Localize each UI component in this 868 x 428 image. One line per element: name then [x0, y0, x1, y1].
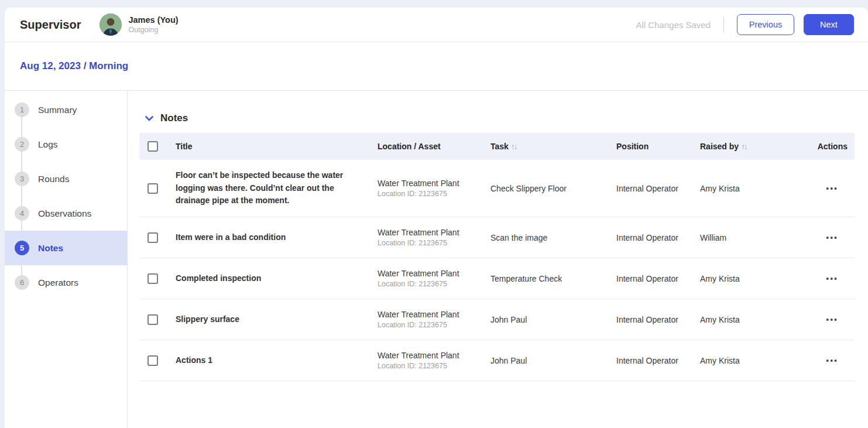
avatar [100, 13, 122, 36]
table-header-row: Title Location / Asset Task↑↓ Position R… [139, 133, 855, 160]
location-id: Location ID: 2123675 [378, 190, 490, 198]
column-header-actions: Actions [800, 142, 855, 151]
row-checkbox[interactable] [147, 273, 158, 284]
table-row: Completed inspection Water Treatment Pla… [139, 258, 855, 299]
task-value: Check Slippery Floor [490, 184, 616, 193]
location-id: Location ID: 2123675 [378, 321, 490, 329]
position-value: Internal Operator [616, 315, 700, 324]
select-all-checkbox[interactable] [147, 141, 158, 152]
location-name: Water Treatment Plant [378, 228, 490, 237]
row-checkbox[interactable] [147, 183, 158, 194]
save-status: All Changes Saved [636, 20, 711, 30]
row-checkbox[interactable] [147, 232, 158, 243]
table-row: Actions 1 Water Treatment Plant Location… [139, 340, 855, 381]
sidebar-item-label: Operators [38, 278, 78, 288]
page-title: Supervisor [20, 18, 81, 32]
sidebar-item-notes[interactable]: 5 Notes [5, 231, 127, 265]
sidebar-item-rounds[interactable]: 3 Rounds [5, 162, 127, 196]
chevron-down-icon [145, 116, 153, 121]
more-actions-icon[interactable]: ••• [826, 274, 848, 283]
date-shift-label: Aug 12, 2023 / Morning [20, 60, 128, 72]
main-content: Notes Title Location / Asset Task↑↓ Posi… [128, 91, 868, 428]
column-header-position: Position [616, 142, 700, 151]
raised-by-value: Amy Krista [700, 274, 800, 283]
raised-by-value: Amy Krista [700, 184, 800, 193]
notes-table: Title Location / Asset Task↑↓ Position R… [139, 133, 855, 381]
position-value: Internal Operator [616, 356, 700, 365]
row-checkbox[interactable] [147, 314, 158, 325]
user-name: James (You) [128, 15, 178, 25]
step-number: 6 [15, 275, 29, 290]
location-id: Location ID: 2123675 [378, 362, 490, 370]
sidebar-item-label: Summary [38, 105, 77, 115]
step-number: 2 [15, 137, 29, 152]
position-value: Internal Operator [616, 274, 700, 283]
raised-by-value: Amy Krista [700, 315, 800, 324]
notes-section-header[interactable]: Notes [139, 112, 855, 124]
divider [723, 17, 724, 32]
more-actions-icon[interactable]: ••• [826, 356, 848, 365]
step-number: 5 [15, 241, 29, 255]
column-header-task[interactable]: Task↑↓ [490, 142, 616, 151]
sidebar: 1 Summary 2 Logs 3 Rounds 4 Observations… [5, 91, 128, 428]
sidebar-item-observations[interactable]: 4 Observations [5, 196, 127, 231]
column-header-location: Location / Asset [378, 142, 490, 151]
task-value: Scan the image [490, 233, 616, 242]
table-row: Slippery surface Water Treatment Plant L… [139, 299, 855, 340]
task-value: John Paul [490, 356, 616, 365]
location-id: Location ID: 2123675 [378, 239, 490, 247]
section-title: Notes [160, 112, 188, 124]
table-row: Item were in a bad condition Water Treat… [139, 217, 855, 258]
sidebar-item-label: Observations [38, 208, 91, 219]
task-value: John Paul [490, 315, 616, 324]
date-shift-bar: Aug 12, 2023 / Morning [5, 42, 868, 91]
user-status: Outgoing [128, 26, 178, 35]
sort-icon[interactable]: ↑↓ [511, 142, 517, 151]
note-title: Slippery surface [170, 313, 378, 326]
location-name: Water Treatment Plant [378, 310, 490, 319]
row-checkbox[interactable] [147, 355, 158, 366]
sidebar-item-operators[interactable]: 6 Operators [5, 265, 127, 300]
step-number: 1 [15, 102, 29, 117]
sidebar-item-summary[interactable]: 1 Summary [5, 93, 127, 127]
sidebar-item-logs[interactable]: 2 Logs [5, 127, 127, 162]
position-value: Internal Operator [616, 184, 700, 193]
location-id: Location ID: 2123675 [378, 280, 490, 288]
next-button[interactable]: Next [804, 14, 854, 35]
main-card: Supervisor James (You) Outgoing All Chan… [5, 8, 868, 428]
location-name: Water Treatment Plant [378, 179, 490, 188]
note-title: Floor can’t be inspected because the wat… [170, 169, 378, 207]
raised-by-value: William [700, 233, 800, 242]
user-block: James (You) Outgoing [128, 15, 178, 35]
location-name: Water Treatment Plant [378, 351, 490, 360]
note-title: Completed inspection [170, 272, 378, 285]
sidebar-item-label: Rounds [38, 174, 69, 184]
task-value: Temperature Check [490, 274, 616, 283]
sidebar-item-label: Notes [38, 243, 63, 254]
sidebar-item-label: Logs [38, 139, 58, 150]
table-row: Floor can’t be inspected because the wat… [139, 160, 855, 217]
step-number: 4 [15, 206, 29, 221]
note-title: Actions 1 [170, 354, 378, 367]
note-title: Item were in a bad condition [170, 231, 378, 244]
previous-button[interactable]: Previous [737, 14, 794, 35]
column-header-raised-by[interactable]: Raised by↑↓ [700, 142, 800, 151]
more-actions-icon[interactable]: ••• [826, 233, 848, 242]
more-actions-icon[interactable]: ••• [826, 315, 848, 324]
step-number: 3 [15, 172, 29, 186]
more-actions-icon[interactable]: ••• [826, 184, 848, 193]
raised-by-value: Amy Krista [700, 356, 800, 365]
position-value: Internal Operator [616, 233, 700, 242]
top-bar: Supervisor James (You) Outgoing All Chan… [5, 8, 868, 42]
sort-icon[interactable]: ↑↓ [741, 142, 747, 151]
column-header-title: Title [170, 142, 378, 151]
location-name: Water Treatment Plant [378, 269, 490, 278]
